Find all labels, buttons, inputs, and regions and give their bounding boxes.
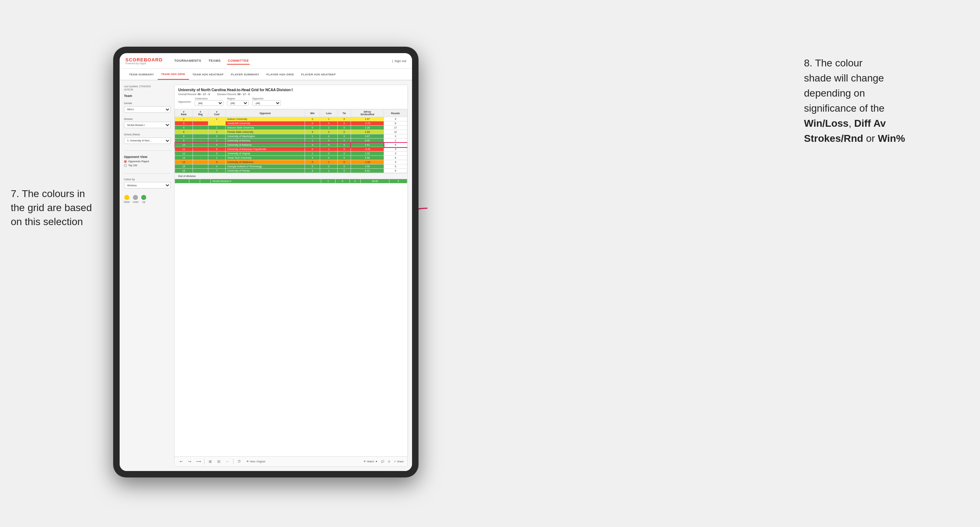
grid-header: University of North Carolina Head-to-Hea… — [175, 85, 407, 109]
more-button[interactable]: ··· — [224, 459, 230, 465]
opponent-view-group: Opponent View Opponents Played Top 100 — [124, 155, 171, 169]
division-group: Division NCAA Division I — [124, 118, 171, 131]
clock-button[interactable]: ⏱ — [236, 459, 242, 465]
cell-6: 0 — [337, 134, 351, 138]
main-content: Last Updated: 27/03/2024 16:55:38 Team G… — [119, 80, 412, 471]
watch-icon: 👁 — [364, 460, 366, 463]
view-icon: 👁 — [247, 460, 249, 463]
opponent-select[interactable]: (All) — [252, 100, 281, 106]
gender-select[interactable]: Men's — [124, 106, 171, 113]
tab-player-h2h-grid[interactable]: PLAYER H2H GRID — [263, 69, 298, 80]
cell-2: 2 — [208, 134, 225, 138]
toolbar-right: 👁 Watch ▼ 💬 ⊡ ↗ Share — [364, 460, 404, 463]
cell-3: Georgia Institute of Technology — [225, 164, 305, 169]
forward-button[interactable]: ⟶ — [196, 459, 201, 465]
table-row: 82University of Washington1003.673 — [175, 134, 407, 138]
cell-5: 0 — [320, 164, 337, 169]
bottom-toolbar: ↩ ↪ ⟶ ⊞ ⊟ ··· ⏱ 👁 View: Original — [175, 456, 407, 466]
cell-6: 0 — [337, 156, 351, 160]
overall-record: Overall Record: 89 - 17 - 0 — [178, 93, 210, 96]
toolbar-divider-1 — [204, 459, 204, 465]
cell-3: Auburn University — [225, 117, 305, 121]
cell-6: 0 — [337, 130, 351, 134]
radio-top-100[interactable]: Top 100 — [124, 164, 171, 167]
cell-6: 0 — [337, 117, 351, 121]
table-row: 123University of Virginia1002.333 — [175, 151, 407, 156]
sign-out-link[interactable]: Sign out — [395, 59, 406, 63]
cell-0: 15 — [175, 164, 193, 169]
cell-8: 3 — [383, 147, 407, 151]
redo-button[interactable]: ↪ — [187, 459, 192, 465]
view-label: 👁 View: Original — [247, 460, 265, 463]
table-row: 62Florida State University4201.8312 — [175, 130, 407, 134]
out-div-name: NCAA Division II — [211, 179, 321, 183]
cell-7: -4.33 — [351, 147, 383, 151]
cell-0: 14 — [175, 160, 193, 164]
watch-button[interactable]: 👁 Watch ▼ — [364, 460, 378, 463]
region-select[interactable]: (All) — [227, 100, 248, 106]
share-button[interactable]: ↗ Share — [394, 460, 404, 463]
undo-button[interactable]: ↩ — [178, 459, 184, 465]
cell-8: 9 — [383, 164, 407, 169]
h2h-table: #Rank #Reg #Conf Opponent Win Loss Tie D… — [175, 109, 407, 173]
radio-circle-played — [124, 160, 127, 163]
cell-7: 2.28 — [351, 125, 383, 130]
opponents-filter-label: Opponents: — [178, 100, 191, 103]
table-row: 13-1Texas Tech University3005.569 — [175, 156, 407, 160]
radio-opponents-played[interactable]: Opponents Played — [124, 160, 171, 163]
table-row: 32Vanderbilt University040-2.298 — [175, 121, 407, 125]
cell-4: 5 — [305, 164, 320, 169]
cell-8: 9 — [383, 156, 407, 160]
col-conf: #Conf — [208, 110, 225, 117]
grid-records: Overall Record: 89 - 17 - 0 Division Rec… — [178, 93, 404, 96]
share-icon-button[interactable]: ⊡ — [388, 460, 390, 463]
tab-team-summary[interactable]: TEAM SUMMARY — [126, 69, 158, 80]
conference-select[interactable]: (All) — [195, 100, 223, 106]
tab-player-summary[interactable]: PLAYER SUMMARY — [227, 69, 262, 80]
cell-3: University of Arizona — [225, 138, 305, 143]
divider-2 — [124, 173, 171, 174]
grid-table-wrap: #Rank #Reg #Conf Opponent Win Loss Tie D… — [175, 109, 407, 456]
tab-team-h2h-grid[interactable]: TEAM H2H GRID — [158, 69, 189, 80]
nav-committee[interactable]: COMMITTEE — [227, 57, 250, 65]
out-div-rounds: 3 — [390, 179, 407, 183]
col-loss: Loss — [320, 110, 337, 117]
table-row: 146University of Oklahoma010-1.003 — [175, 160, 407, 164]
cell-7: 3.67 — [351, 134, 383, 138]
table-row: 9-1University of Arizona1009.002 — [175, 138, 407, 143]
copy-button[interactable]: ⊞ — [207, 459, 213, 465]
cell-5: 1 — [320, 160, 337, 164]
last-updated: Last Updated: 27/03/2024 16:55:38 — [124, 85, 171, 91]
tab-player-h2h-heatmap[interactable]: PLAYER H2H HEATMAP — [298, 69, 339, 80]
cell-1 — [192, 130, 208, 134]
school-group: School (Rank) 1. University of Nort... — [124, 133, 171, 146]
cell-8: 8 — [383, 121, 407, 125]
table-row: 2-1Auburn University2101.679 — [175, 117, 407, 121]
cell-8: 3 — [383, 151, 407, 156]
cell-8: 9 — [383, 117, 407, 121]
cell-1 — [192, 147, 208, 151]
cell-0: 11 — [175, 147, 193, 151]
cell-3: University of Arkansas, Fayetteville — [225, 147, 305, 151]
annotation-right: 8. The colour shade will change dependin… — [804, 56, 969, 146]
col-reg: #Reg — [192, 110, 208, 117]
nav-teams[interactable]: TEAMS — [208, 57, 221, 65]
nav-tournaments[interactable]: TOURNAMENTS — [173, 57, 202, 65]
comment-button[interactable]: 💬 — [381, 460, 384, 463]
tab-team-h2h-heatmap[interactable]: TEAM H2H HEATMAP — [189, 69, 228, 80]
colour-by-select[interactable]: Win/loss — [124, 182, 171, 189]
paste-button[interactable]: ⊟ — [216, 459, 222, 465]
cell-2: 4 — [208, 164, 225, 169]
division-label: Division — [124, 118, 171, 120]
cell-8: 17 — [383, 125, 407, 130]
cell-0: 6 — [175, 130, 193, 134]
cell-0: 12 — [175, 151, 193, 156]
grid-area: University of North Carolina Head-to-Hea… — [174, 85, 408, 467]
cell-7: -1.00 — [351, 160, 383, 164]
division-select[interactable]: NCAA Division I — [124, 122, 171, 128]
divider-1 — [124, 151, 171, 151]
cell-3: Texas Tech University — [225, 156, 305, 160]
radio-circle-top100 — [124, 164, 127, 167]
school-select[interactable]: 1. University of Nort... — [124, 138, 171, 144]
cell-3: Arizona State University — [225, 125, 305, 130]
